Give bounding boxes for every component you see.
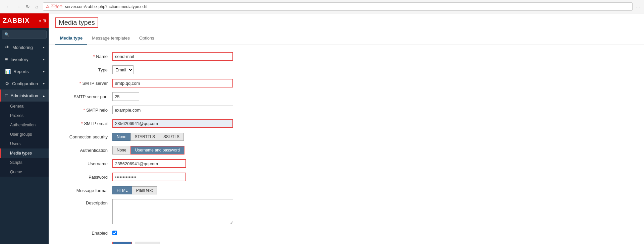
authentication-row: Authentication None Username and passwor… <box>59 145 634 155</box>
description-row: Description <box>59 199 634 224</box>
sidebar-item-configuration[interactable]: ⚙ Configuration ▾ <box>0 77 49 89</box>
connection-security-row: Connection security None STARTTLS SSL/TL… <box>59 132 634 141</box>
sidebar-item-label: Inventory <box>10 57 28 62</box>
logo-area: ZABBIX « ⊞ <box>0 13 49 28</box>
connection-security-label: Connection security <box>59 134 112 139</box>
auth-none-button[interactable]: None <box>112 146 130 155</box>
chevron-down-icon: ▾ <box>43 82 45 85</box>
smtp-helo-input[interactable] <box>112 106 233 114</box>
smtp-email-label: SMTP email <box>59 121 112 126</box>
page-header: Media types <box>49 13 644 32</box>
chevron-down-icon: ▾ <box>43 46 45 49</box>
form-area: Name Type Email SMTP server SMTP server … <box>49 45 644 244</box>
search-box <box>0 28 49 41</box>
conn-sec-starttls-button[interactable]: STARTTLS <box>130 133 159 141</box>
password-row: Password <box>59 172 634 182</box>
sidebar-item-users[interactable]: Users <box>0 139 49 148</box>
browser-bar: ← → ↻ ⌂ ⚠ 不安全 server.com/zabbix.php?acti… <box>0 0 644 13</box>
logo-icons: « ⊞ <box>39 18 46 23</box>
msg-format-html-button[interactable]: HTML <box>112 186 132 194</box>
collapse-icon[interactable]: « <box>39 18 41 23</box>
action-buttons: Add Cancel <box>59 242 634 244</box>
sidebar-item-scripts[interactable]: Scripts <box>0 158 49 167</box>
type-label: Type <box>59 67 112 72</box>
inventory-icon: ≡ <box>5 57 8 62</box>
sidebar-item-label: Monitoring <box>12 45 33 50</box>
sidebar-item-label: Reports <box>13 69 29 74</box>
message-format-row: Message format HTML Plain text <box>59 186 634 195</box>
tab-options[interactable]: Options <box>135 32 159 45</box>
username-label: Username <box>59 161 112 166</box>
forward-button[interactable]: → <box>14 3 22 10</box>
warning-icon: ⚠ 不安全 <box>46 4 63 9</box>
smtp-port-label: SMTP server port <box>59 94 112 99</box>
enabled-checkbox-wrap <box>112 231 117 235</box>
smtp-port-row: SMTP server port <box>59 92 634 101</box>
msg-format-plain-button[interactable]: Plain text <box>132 186 157 194</box>
smtp-helo-label: SMTP helo <box>59 108 112 113</box>
password-label: Password <box>59 175 112 180</box>
smtp-email-row: SMTP email <box>59 119 634 128</box>
sidebar-item-authentication[interactable]: Authentication <box>0 120 49 130</box>
smtp-port-input[interactable] <box>112 92 139 101</box>
conn-sec-none-button[interactable]: None <box>112 133 130 141</box>
connection-security-group: None STARTTLS SSL/TLS <box>112 133 184 141</box>
back-button[interactable]: ← <box>4 3 12 10</box>
type-select[interactable]: Email <box>112 65 133 74</box>
sidebar-item-general[interactable]: General <box>0 102 49 111</box>
description-textarea[interactable] <box>112 199 233 224</box>
sidebar-item-inventory[interactable]: ≡ Inventory ▾ <box>0 53 49 65</box>
smtp-server-input[interactable] <box>112 79 233 87</box>
chevron-down-icon: ▾ <box>43 70 45 73</box>
tab-media-type[interactable]: Media type <box>55 32 87 45</box>
sidebar-item-label: Administration <box>10 93 38 98</box>
tab-message-templates[interactable]: Message templates <box>87 32 135 45</box>
password-input[interactable] <box>112 173 186 181</box>
name-input[interactable] <box>112 52 233 61</box>
username-input[interactable] <box>112 159 186 168</box>
cancel-button[interactable]: Cancel <box>135 242 160 244</box>
enabled-label: Enabled <box>59 231 112 236</box>
sub-nav: General Proxies Authentication User grou… <box>0 102 49 177</box>
main-content: Media types Media type Message templates… <box>49 13 644 244</box>
sidebar-item-monitoring[interactable]: 👁 Monitoring ▾ <box>0 41 49 53</box>
sidebar-item-queue[interactable]: Queue <box>0 167 49 177</box>
tabs: Media type Message templates Options <box>49 32 644 45</box>
authentication-group: None Username and password <box>112 146 184 155</box>
logo: ZABBIX <box>3 17 30 24</box>
sidebar-item-reports[interactable]: 📊 Reports ▾ <box>0 65 49 77</box>
home-button[interactable]: ⌂ <box>34 3 40 10</box>
reload-button[interactable]: ↻ <box>24 3 32 10</box>
sidebar-item-administration[interactable]: □ Administration ▴ <box>0 89 49 102</box>
sidebar-item-user-groups[interactable]: User groups <box>0 130 49 139</box>
add-button[interactable]: Add <box>112 242 132 244</box>
description-label: Description <box>59 199 112 205</box>
sidebar-item-media-types[interactable]: Media types <box>0 148 49 158</box>
more-button[interactable]: ··· <box>636 4 640 9</box>
message-format-group: HTML Plain text <box>112 186 157 194</box>
administration-icon: □ <box>5 93 8 98</box>
authentication-label: Authentication <box>59 148 112 153</box>
search-input[interactable] <box>2 30 47 39</box>
expand-icon[interactable]: ⊞ <box>43 18 46 23</box>
username-row: Username <box>59 159 634 168</box>
auth-user-pass-button[interactable]: Username and password <box>130 146 184 155</box>
browser-nav: ← → ↻ ⌂ <box>4 3 40 10</box>
address-bar: ⚠ 不安全 server.com/zabbix.php?action=media… <box>43 2 633 11</box>
smtp-server-row: SMTP server <box>59 78 634 88</box>
smtp-helo-row: SMTP helo <box>59 105 634 115</box>
url-text: server.com/zabbix.php?action=mediatype.e… <box>65 4 147 9</box>
message-format-label: Message format <box>59 188 112 193</box>
browser-actions: ··· <box>636 4 640 9</box>
reports-icon: 📊 <box>5 69 11 74</box>
name-row: Name <box>59 52 634 61</box>
smtp-email-input[interactable] <box>112 119 233 128</box>
monitoring-icon: 👁 <box>5 45 10 50</box>
type-row: Type Email <box>59 65 634 74</box>
conn-sec-ssltls-button[interactable]: SSL/TLS <box>159 133 184 141</box>
chevron-up-icon: ▴ <box>43 94 45 98</box>
sidebar-item-proxies[interactable]: Proxies <box>0 111 49 120</box>
sidebar-item-label: Configuration <box>12 81 38 86</box>
page-title: Media types <box>55 17 98 28</box>
enabled-checkbox[interactable] <box>112 231 117 235</box>
